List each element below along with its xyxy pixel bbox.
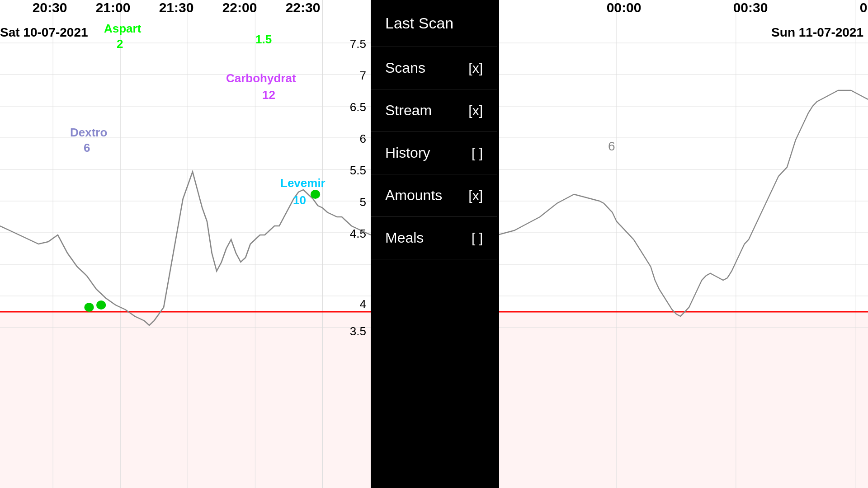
svg-point-18 [96,300,106,310]
y-75: 7.5 [350,37,366,51]
history-label: History [385,145,430,161]
midnight-line [497,0,499,488]
aspart-value: 2 [117,37,123,51]
meals-check: [ ] [472,230,483,246]
menu-item-last-scan[interactable]: Last Scan [371,0,497,47]
y-55: 5.5 [350,164,366,178]
meals-label: Meals [385,230,424,246]
aspart-label: Aspart [104,22,141,36]
menu-item-meals[interactable]: Meals [ ] [371,217,497,259]
svg-rect-20 [497,312,868,488]
time-2200: 22:00 [222,0,257,15]
time-2230: 22:30 [286,0,321,15]
right-6-value: 6 [608,139,615,154]
right-chart-svg [497,0,868,488]
time-0000: 00:00 [607,0,642,15]
menu-item-history[interactable]: History [ ] [371,132,497,174]
stream-label: Stream [385,102,432,119]
y-7: 7 [360,69,366,83]
svg-point-19 [311,190,320,199]
y-45: 4.5 [350,227,366,241]
levemir-value: 10 [293,193,306,207]
carbo-value: 12 [262,88,275,102]
right-chart-area: 00:00 00:30 01:00 Sun 11-07-2021 6 [497,0,868,488]
y-4: 4 [360,297,366,311]
dextro-value: 6 [84,141,90,155]
left-chart-svg [0,0,371,488]
right-date-label: Sun 11-07-2021 [771,25,863,40]
svg-rect-0 [0,312,371,488]
levemir-label: Levemir [280,176,326,190]
stream-check: [x] [468,103,483,118]
time-2030: 20:30 [33,0,67,15]
time-0100: 01:00 [860,0,868,15]
menu-item-scans[interactable]: Scans [x] [371,47,497,89]
left-date-label: Sat 10-07-2021 [0,25,88,40]
time-2130: 21:30 [159,0,194,15]
amounts-label: Amounts [385,187,442,204]
scans-label: Scans [385,60,425,76]
amounts-check: [x] [468,188,483,203]
scans-check: [x] [468,61,483,76]
menu-item-stream[interactable]: Stream [x] [371,89,497,132]
insulin-15-label: 1.5 [255,33,272,47]
history-check: [ ] [472,145,483,161]
left-chart-area: 20:30 21:00 21:30 22:00 22:30 Sat 10-07-… [0,0,371,488]
y-5: 5 [360,195,366,209]
last-scan-label: Last Scan [385,14,453,32]
menu-panel: Last Scan Scans [x] Stream [x] History [… [371,0,497,488]
carbo-label: Carbohydrat [226,71,296,85]
y-65: 6.5 [350,100,366,114]
time-2100: 21:00 [96,0,131,15]
time-0030: 00:30 [733,0,768,15]
menu-item-amounts[interactable]: Amounts [x] [371,174,497,217]
main-container: 20:30 21:00 21:30 22:00 22:30 Sat 10-07-… [0,0,868,488]
svg-point-17 [84,303,94,312]
dextro-label: Dextro [70,126,107,140]
y-6: 6 [360,132,366,146]
y-35: 3.5 [350,324,366,338]
